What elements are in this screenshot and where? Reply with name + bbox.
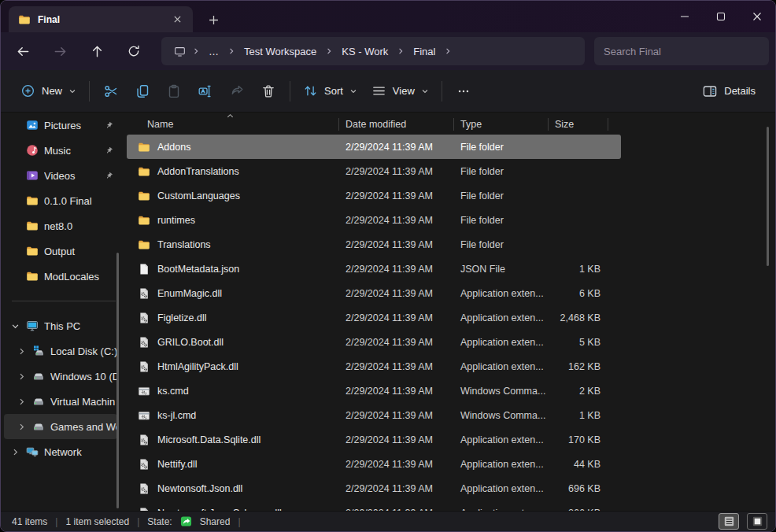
file-type: File folder: [454, 215, 549, 226]
sidebar-item-music[interactable]: Music: [4, 138, 117, 163]
more-options-button[interactable]: [448, 77, 479, 105]
table-row[interactable]: EnumMagic.dll 2/29/2024 11:39 AM Applica…: [127, 281, 621, 305]
breadcrumb-chevron-icon[interactable]: [325, 47, 333, 55]
table-row[interactable]: Addons 2/29/2024 11:39 AM File folder: [127, 135, 621, 159]
chevron-right-icon[interactable]: [15, 420, 28, 433]
breadcrumb-chevron-icon[interactable]: [444, 47, 452, 55]
file-type: File folder: [454, 239, 549, 250]
details-view-toggle[interactable]: [719, 513, 739, 530]
file-list-scrollbar[interactable]: [767, 127, 769, 266]
paste-button[interactable]: [158, 77, 190, 105]
table-row[interactable]: ks.cmd 2/29/2024 11:39 AM Windows Comma.…: [127, 379, 621, 403]
sidebar-scrollbar[interactable]: [116, 253, 119, 508]
new-tab-button[interactable]: [204, 10, 223, 29]
sidebar-item-this-pc[interactable]: This PC: [4, 313, 117, 338]
breadcrumb: …Test WorkspaceKS - WorkFinal: [161, 37, 585, 65]
folder-icon: [26, 270, 39, 283]
tab-final[interactable]: Final: [9, 6, 193, 32]
sidebar-item-0-1-0-final[interactable]: 0.1.0 Final: [4, 188, 117, 213]
state-label: State:: [147, 516, 172, 527]
file-name: Microsoft.Data.Sqlite.dll: [157, 434, 261, 445]
rename-button[interactable]: [190, 77, 221, 105]
new-button[interactable]: New: [13, 77, 83, 105]
drive-icon: [32, 370, 46, 383]
breadcrumb-segment[interactable]: Test Workspace: [237, 42, 323, 61]
breadcrumb-chevron-icon[interactable]: [397, 47, 405, 55]
sidebar-item-network[interactable]: Network: [4, 439, 117, 464]
breadcrumb-segment[interactable]: …: [201, 42, 226, 61]
sidebar-item-modlocales[interactable]: ModLocales: [4, 264, 117, 289]
tab-close-icon[interactable]: [168, 10, 187, 29]
column-header-name[interactable]: Name: [133, 118, 339, 131]
icons-view-toggle[interactable]: [747, 513, 767, 530]
table-row[interactable]: Microsoft.Data.Sqlite.dll 2/29/2024 11:3…: [127, 427, 621, 452]
table-row[interactable]: Newtonsoft.Json.Schema.dll 2/29/2024 11:…: [127, 501, 621, 511]
table-row[interactable]: BootMetadata.json 2/29/2024 11:39 AM JSO…: [127, 257, 621, 281]
file-size: 5 KB: [549, 337, 608, 348]
chevron-right-icon[interactable]: [9, 445, 21, 458]
details-button[interactable]: Details: [695, 77, 763, 105]
chevron-right-icon[interactable]: [15, 345, 28, 357]
sidebar-item-local-disk-c[interactable]: Local Disk (C:): [4, 338, 117, 364]
breadcrumb-chevron-icon[interactable]: [192, 47, 200, 55]
up-button[interactable]: [83, 38, 111, 65]
back-button[interactable]: [9, 38, 37, 65]
folder-icon: [138, 141, 150, 153]
view-button-label: View: [393, 85, 415, 97]
copy-button[interactable]: [127, 77, 158, 105]
file-name: CustomLanguages: [157, 190, 240, 201]
search-box[interactable]: [594, 37, 769, 65]
breadcrumb-segment[interactable]: KS - Work: [334, 42, 395, 61]
column-header-date-modified[interactable]: Date modified: [339, 118, 454, 131]
navigation-bar: …Test WorkspaceKS - WorkFinal: [1, 32, 775, 70]
sidebar-item-games-and-wo[interactable]: Games and Wo: [4, 414, 117, 439]
this-pc-icon: [26, 320, 39, 333]
breadcrumb-chevron-icon[interactable]: [227, 47, 235, 55]
sidebar-item-windows-10-d[interactable]: Windows 10 (D: [4, 364, 117, 389]
file-name: Newtonsoft.Json.dll: [157, 483, 242, 494]
table-row[interactable]: CustomLanguages 2/29/2024 11:39 AM File …: [127, 183, 621, 208]
file-type: JSON File: [454, 264, 549, 275]
sidebar-item-net8-0[interactable]: net8.0: [4, 213, 117, 238]
table-row[interactable]: Translations 2/29/2024 11:39 AM File fol…: [127, 232, 621, 257]
share-button[interactable]: [221, 77, 253, 105]
file-size: 2 KB: [549, 386, 608, 397]
file-date-modified: 2/29/2024 11:39 AM: [339, 142, 454, 153]
sort-button[interactable]: Sort: [296, 77, 364, 105]
monitor-icon[interactable]: [169, 46, 190, 57]
column-header-size[interactable]: Size: [549, 118, 608, 131]
file-date-modified: 2/29/2024 11:39 AM: [339, 288, 454, 299]
pictures-icon: [26, 119, 39, 132]
refresh-button[interactable]: [120, 38, 148, 65]
table-row[interactable]: runtimes 2/29/2024 11:39 AM File folder: [127, 208, 621, 232]
table-row[interactable]: ks-jl.cmd 2/29/2024 11:39 AM Windows Com…: [127, 403, 621, 427]
sidebar-divider: [12, 301, 116, 301]
sidebar-item-output[interactable]: Output: [4, 238, 117, 264]
sort-ascending-icon: [226, 113, 235, 120]
chevron-placeholder: [9, 169, 21, 182]
table-row[interactable]: Newtonsoft.Json.dll 2/29/2024 11:39 AM A…: [127, 476, 621, 501]
sidebar-item-videos[interactable]: Videos: [4, 163, 117, 188]
chevron-down-icon: [68, 87, 76, 95]
table-row[interactable]: Figletize.dll 2/29/2024 11:39 AM Applica…: [127, 305, 621, 330]
table-row[interactable]: GRILO.Boot.dll 2/29/2024 11:39 AM Applic…: [127, 330, 621, 354]
chevron-right-icon[interactable]: [15, 370, 28, 382]
chevron-down-icon[interactable]: [9, 320, 21, 332]
column-header-type[interactable]: Type: [454, 118, 549, 131]
table-row[interactable]: HtmlAgilityPack.dll 2/29/2024 11:39 AM A…: [127, 354, 621, 379]
forward-button[interactable]: [46, 38, 74, 65]
sidebar-item-pictures[interactable]: Pictures: [4, 113, 117, 138]
close-button[interactable]: [739, 1, 775, 32]
minimize-button[interactable]: [667, 1, 703, 32]
delete-button[interactable]: [253, 77, 284, 105]
search-input[interactable]: [604, 46, 759, 57]
view-button[interactable]: View: [364, 77, 436, 105]
maximize-button[interactable]: [703, 1, 739, 32]
cut-button[interactable]: [95, 77, 127, 105]
chevron-right-icon[interactable]: [15, 395, 28, 408]
sidebar-item-virtual-machin[interactable]: Virtual Machin: [4, 389, 117, 414]
breadcrumb-segment[interactable]: Final: [406, 42, 442, 61]
chevron-placeholder: [9, 245, 21, 257]
table-row[interactable]: AddonTranslations 2/29/2024 11:39 AM Fil…: [127, 159, 621, 183]
table-row[interactable]: Nettify.dll 2/29/2024 11:39 AM Applicati…: [127, 452, 621, 476]
